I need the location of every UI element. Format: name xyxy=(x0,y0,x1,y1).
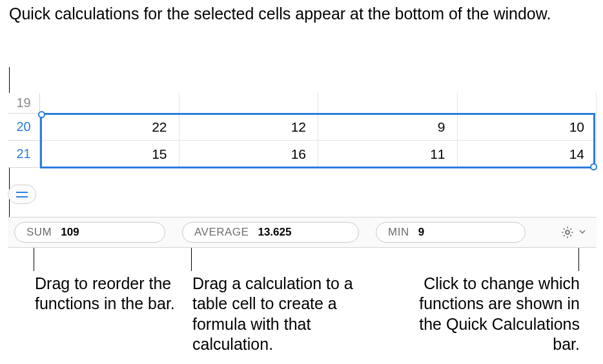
table-row: 19 xyxy=(8,93,597,114)
row-header-19[interactable]: 19 xyxy=(8,93,40,114)
row-header-20[interactable]: 20 xyxy=(8,114,40,141)
cell[interactable]: 11 xyxy=(318,141,458,168)
cell[interactable]: 16 xyxy=(179,141,319,168)
callout-line-2 xyxy=(191,248,192,271)
quick-calculations-bar: SUM 109 AVERAGE 13.625 MIN 9 xyxy=(8,217,597,248)
calc-value: 9 xyxy=(418,226,424,239)
calc-value: 109 xyxy=(61,226,79,239)
cell[interactable]: 10 xyxy=(458,114,597,141)
table-row: 21 15 16 11 14 xyxy=(8,141,597,168)
table-row: 20 22 12 9 10 xyxy=(8,114,597,141)
calc-label: MIN xyxy=(388,226,409,239)
calc-label: AVERAGE xyxy=(194,226,249,239)
annotation-top: Quick calculations for the selected cell… xyxy=(9,4,551,24)
equals-icon xyxy=(16,192,28,197)
callout-line-1 xyxy=(34,248,34,271)
gear-icon xyxy=(560,225,575,239)
annotation-reorder: Drag to reorder the functions in the bar… xyxy=(35,274,183,314)
annotation-gear: Click to change which functions are show… xyxy=(399,274,580,354)
spreadsheet-fragment: 19 20 22 12 9 10 21 15 16 11 14 xyxy=(8,93,597,168)
cell[interactable]: 15 xyxy=(40,141,179,168)
calc-value: 13.625 xyxy=(258,226,291,239)
cell[interactable]: 14 xyxy=(458,141,597,168)
quick-calc-settings-button[interactable] xyxy=(557,223,590,242)
callout-line-3 xyxy=(578,248,579,271)
svg-point-0 xyxy=(566,230,569,234)
row-header-21[interactable]: 21 xyxy=(8,141,40,168)
calc-pill-average[interactable]: AVERAGE 13.625 xyxy=(182,222,359,243)
annotation-drag-to-cell: Drag a calculation to a table cell to cr… xyxy=(192,274,367,354)
cell[interactable] xyxy=(40,93,179,114)
calc-pill-sum[interactable]: SUM 109 xyxy=(14,222,165,243)
cell[interactable]: 9 xyxy=(318,114,458,141)
insert-formula-button[interactable] xyxy=(8,185,36,204)
cell[interactable] xyxy=(318,93,458,114)
cell[interactable]: 22 xyxy=(40,114,179,141)
calc-label: SUM xyxy=(26,226,52,239)
chevron-down-icon xyxy=(578,228,586,238)
cell[interactable] xyxy=(458,93,597,114)
cell[interactable] xyxy=(179,93,319,114)
cell[interactable]: 12 xyxy=(179,114,319,141)
calc-pill-min[interactable]: MIN 9 xyxy=(376,222,526,243)
